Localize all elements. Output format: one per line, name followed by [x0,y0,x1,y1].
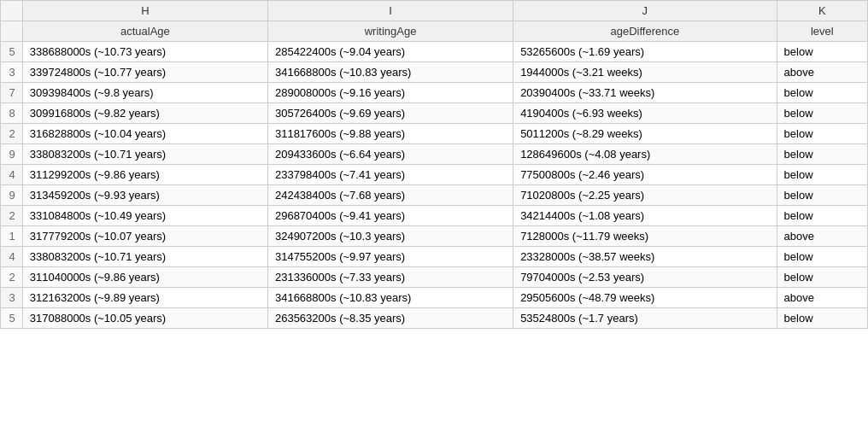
age-diff-cell: 7128000s (~11.79 weeks) [513,226,777,247]
level-cell: below [777,247,867,267]
level-cell: below [777,124,867,144]
table-row: 5338688000s (~10.73 years)285422400s (~9… [1,42,868,62]
row-number: 4 [1,165,23,185]
writing-age-cell: 233798400s (~7.41 years) [267,165,513,185]
table-body: 5338688000s (~10.73 years)285422400s (~9… [1,42,868,329]
table-row: 9313459200s (~9.93 years)242438400s (~7.… [1,185,868,206]
table-row: 2331084800s (~10.49 years)296870400s (~9… [1,206,868,226]
table-row: 8309916800s (~9.82 years)305726400s (~9.… [1,103,868,124]
actual-age-cell: 339724800s (~10.77 years) [22,62,267,83]
actual-age-cell: 309398400s (~9.8 years) [22,83,267,103]
writing-age-cell: 231336000s (~7.33 years) [267,267,513,288]
field-agediff-header: ageDifference [513,21,777,42]
actual-age-cell: 312163200s (~9.89 years) [22,288,267,308]
age-diff-cell: 5011200s (~8.29 weeks) [513,124,777,144]
age-diff-cell: 23328000s (~38.57 weeks) [513,247,777,267]
table-row: 3312163200s (~9.89 years)341668800s (~10… [1,288,868,308]
age-diff-cell: 29505600s (~48.79 weeks) [513,288,777,308]
row-number: 3 [1,62,23,83]
field-actualage-header: actualAge [22,21,267,42]
writing-age-cell: 296870400s (~9.41 years) [267,206,513,226]
col-j-header: J [513,1,777,21]
row-number: 8 [1,103,23,124]
age-diff-cell: 1944000s (~3.21 weeks) [513,62,777,83]
writing-age-cell: 311817600s (~9.88 years) [267,124,513,144]
actual-age-cell: 316828800s (~10.04 years) [22,124,267,144]
writing-age-cell: 305726400s (~9.69 years) [267,103,513,124]
writing-age-cell: 263563200s (~8.35 years) [267,308,513,329]
level-cell: below [777,42,867,62]
data-table: H I J K actualAge writingAge ageDifferen… [0,0,868,329]
table-row: 2316828800s (~10.04 years)311817600s (~9… [1,124,868,144]
level-cell: above [777,288,867,308]
actual-age-cell: 311299200s (~9.86 years) [22,165,267,185]
table-row: 4338083200s (~10.71 years)314755200s (~9… [1,247,868,267]
table-row: 5317088000s (~10.05 years)263563200s (~8… [1,308,868,329]
row-number: 1 [1,226,23,247]
age-diff-cell: 4190400s (~6.93 weeks) [513,103,777,124]
writing-age-cell: 242438400s (~7.68 years) [267,185,513,206]
level-cell: below [777,165,867,185]
table-row: 3339724800s (~10.77 years)341668800s (~1… [1,62,868,83]
col-rownum-header [1,1,23,21]
actual-age-cell: 317779200s (~10.07 years) [22,226,267,247]
age-diff-cell: 128649600s (~4.08 years) [513,144,777,165]
row-number: 7 [1,83,23,103]
row-number: 3 [1,288,23,308]
level-cell: below [777,103,867,124]
level-cell: below [777,308,867,329]
actual-age-cell: 311040000s (~9.86 years) [22,267,267,288]
age-diff-cell: 20390400s (~33.71 weeks) [513,83,777,103]
writing-age-cell: 341668800s (~10.83 years) [267,288,513,308]
row-number: 9 [1,144,23,165]
level-cell: below [777,185,867,206]
table-row: 2311040000s (~9.86 years)231336000s (~7.… [1,267,868,288]
level-cell: below [777,267,867,288]
spreadsheet-container: H I J K actualAge writingAge ageDifferen… [0,0,868,427]
table-row: 4311299200s (~9.86 years)233798400s (~7.… [1,165,868,185]
age-diff-cell: 71020800s (~2.25 years) [513,185,777,206]
row-number: 2 [1,267,23,288]
actual-age-cell: 309916800s (~9.82 years) [22,103,267,124]
age-diff-cell: 53265600s (~1.69 years) [513,42,777,62]
actual-age-cell: 313459200s (~9.93 years) [22,185,267,206]
writing-age-cell: 341668800s (~10.83 years) [267,62,513,83]
actual-age-cell: 331084800s (~10.49 years) [22,206,267,226]
level-cell: below [777,206,867,226]
writing-age-cell: 289008000s (~9.16 years) [267,83,513,103]
col-k-header: K [777,1,867,21]
table-row: 7309398400s (~9.8 years)289008000s (~9.1… [1,83,868,103]
writing-age-cell: 324907200s (~10.3 years) [267,226,513,247]
table-row: 1317779200s (~10.07 years)324907200s (~1… [1,226,868,247]
row-number: 2 [1,206,23,226]
age-diff-cell: 53524800s (~1.7 years) [513,308,777,329]
actual-age-cell: 317088000s (~10.05 years) [22,308,267,329]
writing-age-cell: 209433600s (~6.64 years) [267,144,513,165]
actual-age-cell: 338083200s (~10.71 years) [22,144,267,165]
level-cell: below [777,83,867,103]
row-number: 5 [1,308,23,329]
writing-age-cell: 285422400s (~9.04 years) [267,42,513,62]
age-diff-cell: 79704000s (~2.53 years) [513,267,777,288]
field-name-row: actualAge writingAge ageDifference level [1,21,868,42]
row-number: 9 [1,185,23,206]
row-number: 2 [1,124,23,144]
actual-age-cell: 338688000s (~10.73 years) [22,42,267,62]
field-writingage-header: writingAge [267,21,513,42]
row-number: 4 [1,247,23,267]
level-cell: below [777,144,867,165]
field-level-header: level [777,21,867,42]
writing-age-cell: 314755200s (~9.97 years) [267,247,513,267]
level-cell: above [777,226,867,247]
row-number: 5 [1,42,23,62]
age-diff-cell: 77500800s (~2.46 years) [513,165,777,185]
field-rownum-header [1,21,23,42]
table-row: 9338083200s (~10.71 years)209433600s (~6… [1,144,868,165]
col-i-header: I [267,1,513,21]
col-h-header: H [22,1,267,21]
column-letter-row: H I J K [1,1,868,21]
actual-age-cell: 338083200s (~10.71 years) [22,247,267,267]
level-cell: above [777,62,867,83]
age-diff-cell: 34214400s (~1.08 years) [513,206,777,226]
